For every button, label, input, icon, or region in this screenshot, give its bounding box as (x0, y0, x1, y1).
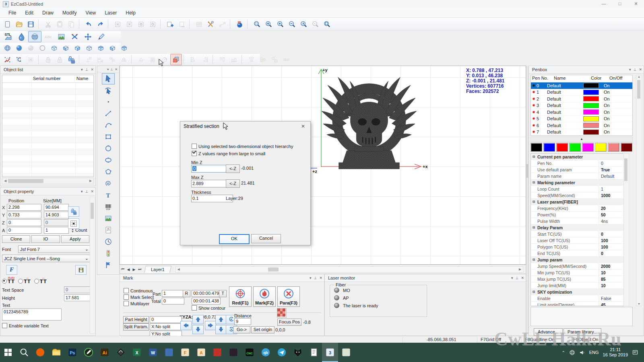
apply-button[interactable]: Apply (61, 235, 89, 243)
param-group-row[interactable]: ⊟Marking parameter (531, 179, 627, 186)
box-primitive-3-button[interactable] (72, 43, 83, 54)
photoshop-app[interactable]: Ps (64, 343, 80, 362)
pen-row-7[interactable]: ✺ 7 Default On (531, 129, 632, 136)
stl-model-winged-skull[interactable] (321, 72, 417, 170)
color-swatch-1[interactable] (543, 143, 555, 152)
pin-icon[interactable]: ⊥ (314, 276, 317, 280)
size-x-field[interactable]: 90.694 (44, 204, 69, 211)
canvas-hscrollbar[interactable]: ◀ ▶ (175, 266, 523, 273)
rectangle-tool[interactable] (102, 132, 115, 143)
position-z-field[interactable]: 0 (7, 219, 41, 226)
param-row[interactable]: Start TC(US)0 (531, 231, 627, 237)
delete-object-button[interactable] (176, 19, 188, 30)
text-tool[interactable]: T (102, 190, 115, 201)
zoom-all-button[interactable]: A (298, 19, 310, 30)
font-family-select[interactable]: JCZ Single Line Font --Song⌄ (2, 255, 91, 262)
user-app[interactable] (338, 343, 354, 362)
box-primitive-7-button[interactable] (118, 43, 130, 54)
io-button[interactable]: IO (31, 235, 60, 243)
part-field[interactable]: 1 (162, 290, 184, 297)
lock-x-button[interactable] (42, 54, 54, 65)
image-3d-button[interactable] (55, 31, 68, 42)
box-primitive-1-button[interactable] (48, 43, 60, 54)
object-list-hscrollbar[interactable]: ◀ ▶ (2, 178, 94, 184)
param-row[interactable]: Max jump TC(US)85 (531, 276, 627, 282)
close-icon[interactable]: ✕ (521, 276, 524, 280)
move-3d-button[interactable] (81, 31, 95, 42)
pen-row-3[interactable]: ✺ 3 Default On (531, 103, 632, 109)
param-row[interactable]: Pulse Width4ns (531, 218, 627, 224)
line-tool[interactable] (102, 108, 115, 119)
add-object-button[interactable] (164, 19, 176, 30)
panel-menu-icon[interactable]: ▾ (511, 276, 513, 280)
cnc-app[interactable]: CNC (242, 343, 258, 362)
fox-app[interactable] (290, 343, 306, 362)
position-y-field[interactable]: 0.733 (7, 212, 41, 218)
close-icon[interactable]: ✕ (319, 276, 322, 280)
param-row[interactable]: Speed(MM/Second)1000 (531, 192, 627, 199)
scroll-left-icon[interactable]: ◀ (2, 179, 8, 183)
box-primitive-2-button[interactable] (60, 43, 72, 54)
text-align-radio-3[interactable] (34, 279, 39, 284)
put-to-origin-button[interactable] (83, 54, 95, 65)
param-row[interactable]: Power(%)50 (531, 212, 627, 218)
redo-button[interactable] (95, 19, 106, 30)
excel-app[interactable]: X (129, 343, 145, 362)
box-primitive-5-button[interactable] (95, 43, 107, 54)
vector-file-tool[interactable] (102, 225, 115, 236)
panel-menu-icon[interactable]: ▾ (107, 68, 109, 71)
param-group-row[interactable]: ⊟Current pen parameter (531, 154, 627, 160)
distance-field[interactable]: 9 (234, 318, 251, 325)
select-tool[interactable] (102, 73, 115, 84)
save-button[interactable] (25, 19, 37, 30)
split-param-button[interactable]: Split Param. (123, 323, 149, 331)
panel-menu-icon[interactable]: ▾ (81, 68, 83, 72)
part-height-button[interactable]: Part Height (123, 316, 149, 323)
anchor-grid-button[interactable] (68, 218, 79, 229)
close-icon[interactable]: ✕ (639, 68, 642, 72)
param-row[interactable]: Polygon TC(US)100 (531, 244, 627, 250)
param-row[interactable]: Laser Off TC(US)100 (531, 237, 627, 244)
stratified-section-button[interactable] (170, 54, 182, 65)
prev-layer-icon[interactable]: ◀ (126, 267, 131, 272)
text-align-radio-1[interactable] (2, 279, 7, 284)
app-a[interactable]: A (193, 343, 209, 362)
save-font-button[interactable] (75, 265, 87, 275)
param-row[interactable]: Min jump TC(US)10 (531, 269, 627, 276)
reset-count-button[interactable]: R (183, 290, 190, 297)
param-row[interactable]: Pen No.0 (531, 160, 627, 167)
show-contour-checkbox[interactable] (192, 305, 197, 311)
ezcad-app[interactable]: 3 (322, 343, 338, 362)
ok-button[interactable]: OK (219, 234, 250, 244)
trim-3d-button[interactable] (68, 31, 81, 42)
go-button[interactable]: Go-> (233, 326, 250, 333)
z-range-checkbox[interactable] (192, 151, 197, 156)
menu-modify[interactable]: Modify (58, 9, 81, 17)
pin-icon[interactable]: ⊥ (85, 189, 89, 193)
select-group-button[interactable] (112, 19, 124, 30)
color-swatch-6[interactable] (608, 143, 619, 152)
rotate-copy-button[interactable] (159, 54, 170, 65)
box-primitive-6-button[interactable] (107, 43, 118, 54)
tab-layer1[interactable]: Layer1 (144, 266, 171, 273)
pen-row-4[interactable]: ✺ 4 Default On (531, 109, 632, 116)
align-bottom-button[interactable] (228, 54, 240, 65)
multilayer-checkbox[interactable] (124, 301, 129, 306)
text-space-field[interactable]: 0 (64, 286, 91, 293)
lock-y-button[interactable] (54, 54, 66, 65)
param-row[interactable]: Jump limit(MM)10 (531, 282, 627, 289)
mark-select-checkbox[interactable] (124, 294, 129, 300)
param-row[interactable]: Param nameDefault (531, 173, 627, 179)
param-row[interactable]: Jump Speed(MM/Second)2000 (531, 263, 627, 269)
node-edit-tool[interactable] (102, 85, 115, 96)
close-icon[interactable]: ✕ (115, 68, 118, 71)
last-layer-icon[interactable]: ⏭ (137, 267, 142, 272)
text-align-radio-2[interactable] (18, 279, 23, 284)
explorer-app[interactable] (48, 343, 64, 362)
clone-button[interactable]: Clone (2, 235, 30, 243)
telegram-app[interactable] (274, 343, 290, 362)
menu-edit[interactable]: Edit (21, 9, 38, 17)
illustrator-app[interactable]: Ai (97, 343, 113, 362)
pen-list-collapse-button[interactable]: ▲ (530, 137, 633, 142)
box-primitive-4-button[interactable] (83, 43, 95, 54)
